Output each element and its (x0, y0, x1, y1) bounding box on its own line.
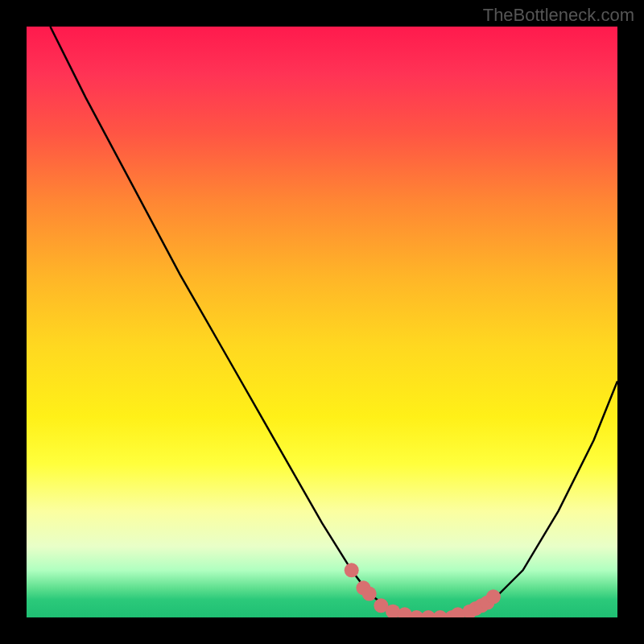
svg-point-15 (486, 589, 501, 604)
svg-point-0 (345, 563, 359, 577)
bottleneck-curve (50, 27, 617, 617)
svg-point-2 (362, 587, 377, 601)
chart-svg (27, 27, 617, 617)
plot-area (27, 27, 617, 617)
highlight-dots (345, 563, 501, 617)
watermark-text: TheBottleneck.com (483, 5, 634, 26)
